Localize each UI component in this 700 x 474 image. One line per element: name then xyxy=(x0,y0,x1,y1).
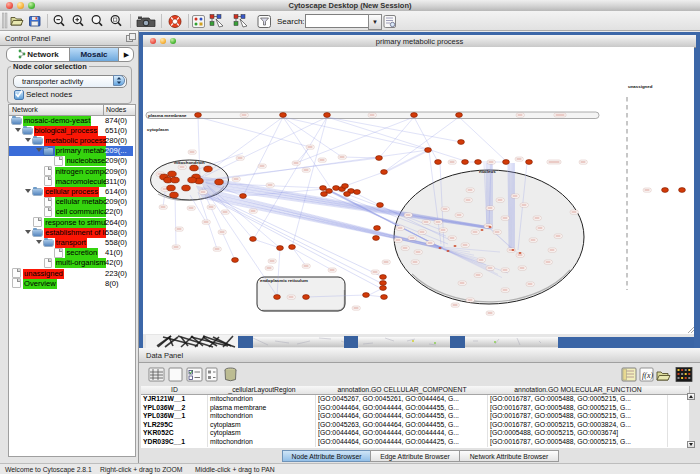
svg-text:cytoplasm: cytoplasm xyxy=(147,127,169,132)
svg-text:f(x): f(x) xyxy=(642,371,653,380)
svg-text:plasma membrane: plasma membrane xyxy=(148,113,187,118)
svg-text:endoplasmic reticulum: endoplasmic reticulum xyxy=(260,278,308,283)
svg-text:nucleus: nucleus xyxy=(479,169,496,174)
svg-text:unassigned: unassigned xyxy=(628,84,653,89)
svg-text:mitochondrion: mitochondrion xyxy=(174,160,205,165)
